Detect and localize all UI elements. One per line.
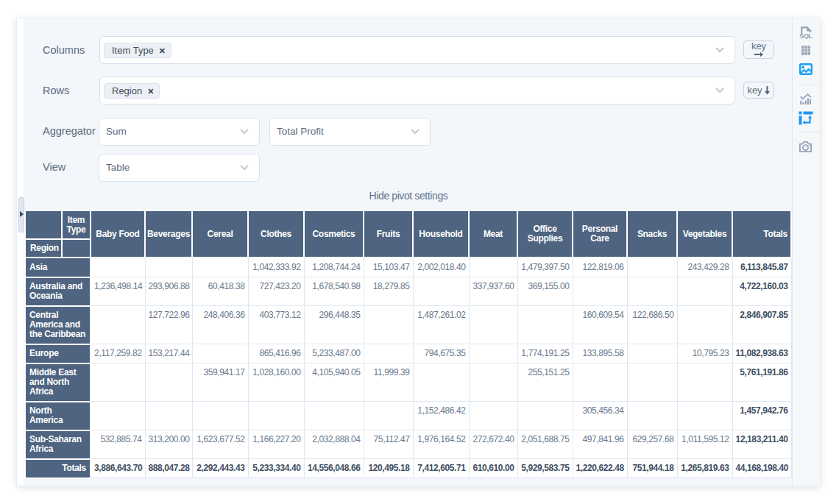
svg-text:SQL: SQL <box>799 32 813 40</box>
